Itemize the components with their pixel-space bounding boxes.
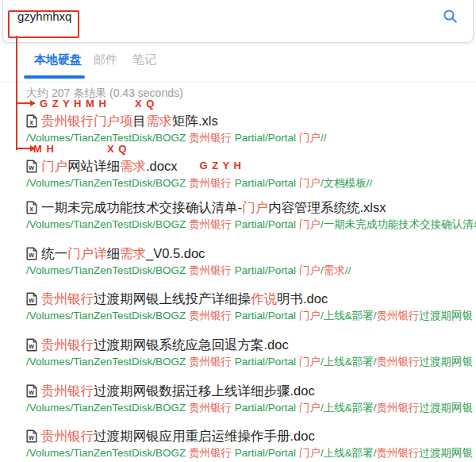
result-title-text: 细	[107, 245, 121, 261]
result-title-text: 统一	[41, 245, 67, 261]
annotation-branch-2	[16, 148, 30, 149]
result-title-text: 目	[133, 113, 147, 129]
result-path-text: 门户	[299, 356, 321, 368]
result-title-text: 贵州银行	[41, 291, 94, 306]
result-path-text: 过渡期网银	[419, 356, 473, 368]
result-title-text: 过渡期网银应用重启运维操作手册.doc	[94, 428, 315, 444]
word-file-icon: w	[26, 338, 37, 352]
result-item: w门户网站详细需求.docxG Z Y H/Volumes/TianZenTes…	[26, 158, 476, 190]
result-path: /Volumes/TianZenTestDisk/BOGZ 贵州银行 Parti…	[26, 264, 476, 277]
result-path-text: 门户	[299, 218, 321, 230]
result-title-text: 过渡期网银系统应急回退方案.doc	[94, 337, 289, 352]
annotation-initials-row2-right: X Q	[107, 143, 127, 155]
tab-mail[interactable]: 邮件	[94, 52, 117, 67]
result-path-text: /Volumes/TianZenTestDisk/BOGZ	[26, 447, 189, 459]
svg-text:x: x	[29, 205, 33, 213]
word-file-icon: w	[26, 429, 37, 443]
result-path-text: Partial/Portal	[232, 218, 299, 230]
result-title-text: 贵州银行	[41, 337, 94, 352]
result-path-text: 贵州银行	[189, 218, 232, 230]
search-icon[interactable]	[442, 8, 459, 25]
tab-notes[interactable]: 笔记	[132, 52, 156, 67]
result-path-text: //	[345, 264, 351, 276]
result-path-text: /Volumes/TianZenTestDisk/BOGZ	[26, 310, 189, 321]
result-path-text: /Volumes/TianZenTestDisk/BOGZ	[26, 132, 189, 144]
result-path-text: 过渡期网银	[419, 447, 473, 459]
result-path-text: 贵州银行	[376, 447, 419, 459]
result-title-text: 一期未完成功能技术交接确认清单-	[41, 199, 242, 215]
result-title-text: 需求	[120, 245, 146, 261]
result-path: /Volumes/TianZenTestDisk/BOGZ 贵州银行 Parti…	[26, 447, 476, 460]
result-path: /Volumes/TianZenTestDisk/BOGZ 贵州银行 Parti…	[26, 177, 476, 190]
result-title-text: 需求	[120, 158, 146, 174]
result-path-text: /上线&部署/	[321, 447, 377, 459]
annotation-branch-1	[16, 102, 30, 104]
result-title-text: 贵州银行门户项	[41, 113, 133, 129]
result-path-text: 贵州银行	[189, 264, 232, 276]
result-path: /Volumes/TianZenTestDisk/BOGZ 贵州银行 Parti…	[26, 218, 476, 231]
result-title[interactable]: w贵州银行过渡期网银上线投产详细操作说明书.doc	[26, 291, 476, 306]
result-path-text: 贵州银行	[376, 356, 419, 368]
excel-file-icon: x	[26, 114, 37, 128]
result-path-text: Partial/Portal	[232, 132, 299, 144]
result-title-text: 过渡期网银数据迁移上线详细步骤.doc	[94, 383, 315, 398]
annotation-connector-line	[16, 36, 17, 150]
active-tab-underline	[24, 75, 85, 79]
result-path-text: 贵州银行	[189, 402, 232, 414]
result-path-text: /Volumes/TianZenTestDisk/BOGZ	[26, 356, 189, 368]
result-path-text: /上线&部署/	[321, 402, 377, 414]
result-item: x一期未完成功能技术交接确认清单-门户内容管理系统统.xlsx/Volumes/…	[26, 199, 476, 231]
result-path-text: 贵州银行	[376, 310, 419, 321]
result-path-text: /一期未完成功能技术交接确认清单	[321, 218, 476, 230]
tab-bar: 本地硬盘 邮件 笔记	[0, 44, 476, 82]
result-path-text: Partial/Portal	[232, 402, 299, 414]
result-item: w贵州银行过渡期网银数据迁移上线详细步骤.doc/Volumes/TianZen…	[26, 383, 476, 414]
annotation-arrow-1-icon	[30, 100, 36, 106]
result-path-text: 过渡期网银	[419, 402, 473, 414]
result-path-text: 贵州银行	[189, 356, 232, 368]
svg-text:w: w	[28, 342, 34, 350]
result-item: w贵州银行过渡期网银应用重启运维操作手册.doc/Volumes/TianZen…	[26, 428, 476, 460]
result-path-text: /Volumes/TianZenTestDisk/BOGZ	[26, 264, 189, 276]
result-title[interactable]: w门户网站详细需求.docxG Z Y H	[26, 158, 476, 174]
result-title-text: 过渡期网银上线投产详细操	[94, 291, 251, 306]
result-path: /Volumes/TianZenTestDisk/BOGZ 贵州银行 Parti…	[26, 356, 476, 368]
result-title[interactable]: w贵州银行过渡期网银应用重启运维操作手册.doc	[26, 428, 476, 444]
result-path-text: 过渡期网银	[419, 310, 473, 321]
result-path-text: /Volumes/TianZenTestDisk/BOGZ	[26, 177, 189, 189]
result-path-text: 贵州银行	[189, 177, 232, 189]
result-path-text: /Volumes/TianZenTestDisk/BOGZ	[26, 218, 189, 230]
excel-file-icon: x	[26, 201, 37, 214]
result-title-text: _V0.5.doc	[146, 245, 205, 261]
result-path-text: 门户	[299, 177, 321, 189]
result-title-text: 明书.doc	[277, 291, 328, 306]
result-title-text: 作说	[251, 291, 277, 306]
result-title[interactable]: x一期未完成功能技术交接确认清单-门户内容管理系统统.xlsx	[26, 199, 476, 215]
result-title[interactable]: w贵州银行过渡期网银数据迁移上线详细步骤.doc	[26, 383, 476, 398]
word-file-icon: w	[26, 384, 37, 398]
result-path-text: Partial/Portal	[232, 356, 299, 368]
result-title[interactable]: w贵州银行过渡期网银系统应急回退方案.doc	[26, 337, 476, 352]
result-path-text: Partial/Portal	[232, 447, 299, 459]
result-path-text: /Volumes/TianZenTestDisk/BOGZ	[26, 402, 189, 414]
result-path-text: 贵州银行	[189, 310, 232, 321]
svg-text:x: x	[29, 118, 33, 126]
result-path-text: /上线&部署/	[321, 356, 377, 368]
svg-text:w: w	[28, 296, 34, 304]
result-path-text: 贵州银行	[189, 132, 232, 144]
result-path-text: /上线&部署/	[321, 310, 377, 321]
result-title-text: 网站详细	[67, 158, 120, 174]
svg-text:w: w	[28, 251, 34, 259]
result-title[interactable]: w统一门户详细需求_V0.5.doc	[26, 245, 476, 261]
word-file-icon: w	[26, 160, 37, 173]
result-title-text: 门户	[41, 158, 67, 174]
result-path-text: Partial/Portal	[232, 310, 299, 321]
result-title-text: 门户详	[67, 245, 107, 261]
tab-local-disk[interactable]: 本地硬盘	[34, 52, 82, 67]
annotation-initials-row2-left: M H	[33, 143, 55, 155]
result-path-text: 门户	[299, 264, 321, 276]
result-title-text: 内容管理系统统.xlsx	[268, 199, 386, 215]
annotation-initials-row1-right: X Q	[135, 98, 155, 110]
result-title[interactable]: x贵州银行门户项目需求矩阵.xls	[26, 113, 476, 129]
annotation-query-box	[8, 10, 79, 38]
